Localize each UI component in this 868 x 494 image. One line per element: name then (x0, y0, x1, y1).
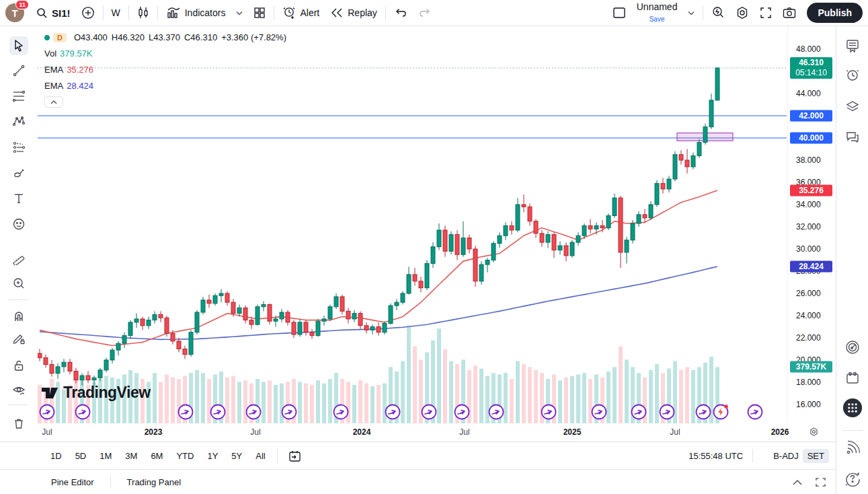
brush-tool[interactable] (9, 164, 28, 182)
trading-panel-button[interactable]: Trading Panel (120, 474, 188, 491)
go-to-date-button[interactable] (283, 447, 307, 465)
forecast-tool[interactable] (9, 138, 28, 157)
adjustment-toggle[interactable]: B-ADJ (769, 449, 803, 463)
grid-templates-button[interactable] (248, 4, 271, 22)
legend-ema2-row[interactable]: EMA 28.424 (44, 80, 290, 92)
contract-rollover-icon[interactable] (455, 405, 469, 419)
candle-body (655, 184, 659, 205)
indicators-button[interactable]: Indicators (161, 3, 231, 22)
tradingview-app: T 11 SI1! W Indicators (0, 0, 868, 494)
contract-rollover-icon[interactable] (592, 405, 606, 419)
range-button-6m[interactable]: 6M (145, 448, 169, 464)
zoom-in-tool[interactable] (9, 274, 28, 293)
chart-pane[interactable]: D O43.400H46.320L43.370C46.310+3.360 (+7… (38, 26, 787, 423)
settings-button[interactable] (730, 3, 754, 22)
contract-rollover-icon[interactable] (40, 405, 54, 419)
clock-utc[interactable]: 15:55:48 UTC (688, 451, 743, 461)
fib-retracement-tool[interactable] (9, 87, 28, 106)
range-button-5y[interactable]: 5Y (225, 448, 248, 464)
last-price-countdown-label[interactable]: 46.31005:14:10 (790, 57, 832, 79)
range-button-all[interactable]: All (249, 448, 271, 464)
range-button-ytd[interactable]: YTD (170, 448, 200, 464)
object-tree-button[interactable] (842, 96, 863, 116)
legend-volume-row[interactable]: Vol 379.57K (44, 48, 290, 59)
drawing-mode-tool[interactable] (9, 329, 28, 348)
publish-button[interactable]: Publish (807, 3, 863, 23)
axis-settings-gear-icon[interactable] (809, 427, 819, 437)
magnet-tool[interactable] (9, 308, 28, 326)
streams-button[interactable] (842, 438, 863, 458)
range-button-1m[interactable]: 1M (93, 448, 118, 464)
contract-rollover-icon[interactable] (211, 405, 225, 419)
axis-price-label[interactable]: 40.000 (790, 132, 832, 143)
contract-rollover-icon[interactable] (282, 405, 297, 419)
alerts-panel-button[interactable] (842, 65, 863, 85)
layout-name-button[interactable]: Unnamed Save (631, 0, 683, 26)
cursor-tool[interactable] (9, 36, 28, 55)
quick-search-button[interactable] (706, 3, 730, 22)
pine-editor-button[interactable]: Pine Editor (44, 474, 101, 491)
layout-select-button[interactable] (607, 4, 631, 22)
range-button-1d[interactable]: 1D (44, 448, 68, 464)
emoji-tool[interactable] (9, 215, 28, 234)
watchlist-button[interactable] (842, 36, 863, 56)
calendar-button[interactable] (842, 368, 863, 388)
contract-rollover-icon[interactable] (660, 405, 674, 419)
contract-rollover-icon[interactable] (697, 405, 711, 419)
contract-rollover-icon[interactable] (247, 405, 261, 419)
contract-rollover-icon[interactable] (179, 405, 193, 419)
contract-rollover-icon[interactable] (334, 405, 348, 419)
legend-main-row[interactable]: D O43.400H46.320L43.370C46.310+3.360 (+7… (44, 32, 290, 43)
contract-rollover-icon[interactable] (748, 405, 762, 419)
interval-badge[interactable]: D (53, 33, 67, 42)
time-axis[interactable]: Jul2023Jul2024Jul2025Jul2026 (38, 423, 834, 442)
panel-expand-chevron-icon[interactable] (792, 479, 803, 485)
contract-rollover-icon[interactable] (542, 405, 556, 419)
compare-add-symbol-button[interactable] (76, 3, 100, 22)
snapshot-button[interactable] (777, 4, 801, 22)
range-button-3m[interactable]: 3M (119, 448, 143, 464)
legend-ema1-row[interactable]: EMA 35.276 (44, 64, 290, 75)
contract-rollover-icon[interactable] (76, 405, 90, 419)
price-axis[interactable]: 48.00046.00044.00042.00040.00038.00036.0… (787, 26, 834, 423)
alert-button[interactable]: Alert (277, 3, 325, 22)
hide-drawings-tool[interactable] (9, 381, 28, 400)
chat-button[interactable] (842, 127, 863, 147)
undo-button[interactable] (389, 5, 413, 21)
screener-button[interactable] (842, 337, 863, 357)
measure-tool[interactable] (9, 249, 28, 268)
event-marker-icon[interactable] (714, 404, 728, 419)
chart-style-button[interactable] (132, 3, 155, 22)
pattern-tool[interactable] (9, 112, 28, 131)
redo-button[interactable] (413, 5, 437, 21)
symbol-search-button[interactable]: SI1! (31, 5, 76, 22)
lock-drawings-tool[interactable] (9, 356, 28, 375)
contract-rollover-icon[interactable] (632, 405, 646, 419)
contract-rollover-icon[interactable] (386, 405, 400, 419)
axis-price-label[interactable]: 28.424 (790, 260, 832, 272)
axis-price-label[interactable]: 42.000 (790, 110, 832, 121)
tradingview-watermark[interactable]: TradingView (42, 384, 151, 402)
text-tool[interactable] (9, 189, 28, 208)
user-avatar[interactable]: T 11 (5, 3, 24, 22)
session-toggle[interactable]: SET (803, 449, 829, 463)
interval-button[interactable]: W (106, 5, 126, 21)
axis-price-label[interactable]: 35.276 (790, 184, 832, 196)
legend-collapse-button[interactable] (44, 96, 63, 108)
panel-maximize-icon[interactable] (815, 477, 826, 487)
range-button-1y[interactable]: 1Y (201, 448, 224, 464)
layout-menu-button[interactable] (682, 8, 700, 18)
save-label[interactable]: Save (649, 16, 665, 24)
replay-button[interactable]: Replay (325, 5, 383, 21)
contract-rollover-icon[interactable] (422, 405, 436, 419)
indicator-templates-button[interactable] (231, 8, 248, 18)
remove-drawings-tool[interactable] (9, 414, 28, 433)
trend-line-tool[interactable] (9, 61, 28, 80)
help-button[interactable] (842, 469, 863, 489)
range-button-5d[interactable]: 5D (69, 448, 93, 464)
more-apps-button[interactable] (842, 398, 863, 418)
candle-body (268, 304, 272, 321)
contract-rollover-icon[interactable] (489, 405, 504, 419)
axis-price-label[interactable]: 379.57K (790, 361, 832, 373)
fullscreen-button[interactable] (754, 4, 777, 22)
